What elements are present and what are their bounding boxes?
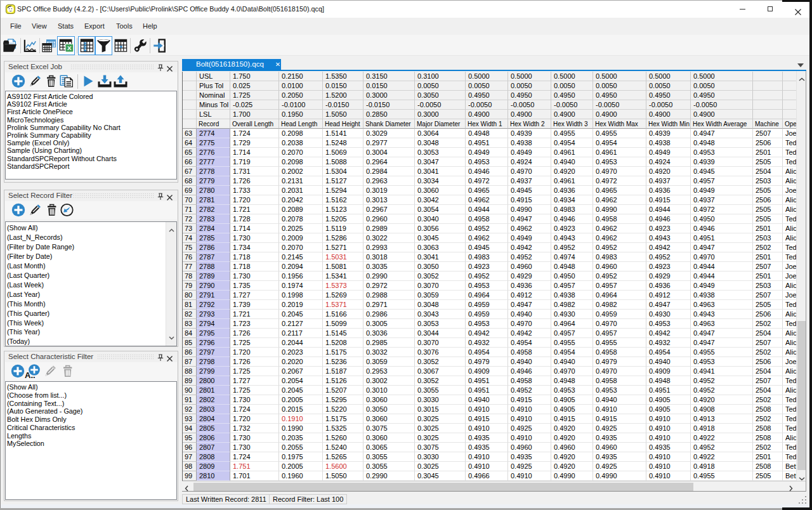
svg-text:X: X bbox=[67, 44, 72, 51]
